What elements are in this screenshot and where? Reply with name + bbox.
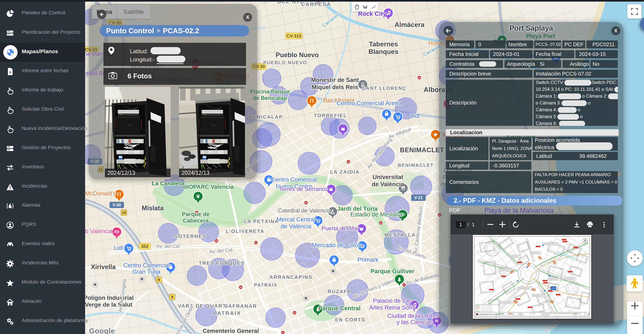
svg-text:Centro Comercial: Centro Comercial <box>271 176 317 183</box>
svg-text:McDonald's: McDonald's <box>85 190 116 197</box>
svg-text:Parque Central: Parque Central <box>318 305 360 311</box>
svg-text:10: 10 <box>122 210 126 215</box>
svg-text:PUEBLO NUEVO: PUEBLO NUEVO <box>263 60 307 65</box>
svg-text:DE VALENCIA: DE VALENCIA <box>542 314 549 315</box>
svg-text:PATRAIX: PATRAIX <box>213 310 241 316</box>
svg-text:9: 9 <box>158 277 160 282</box>
svg-text:PATRAIX: PATRAIX <box>254 282 278 288</box>
svg-text:Puerta del Mar: Puerta del Mar <box>322 225 359 231</box>
svg-text:Estadio de Mestalla: Estadio de Mestalla <box>350 211 402 218</box>
svg-text:Miquel dels Reis: Miquel dels Reis <box>312 84 358 90</box>
svg-text:IMPLANTACION DE LA ZONA DE BAJ: IMPLANTACION DE LA ZONA DE BAJAS EMISION… <box>542 313 576 314</box>
svg-text:Cementerio General: Cementerio General <box>202 327 259 334</box>
svg-text:Mislata: Mislata <box>142 204 164 212</box>
svg-text:m: m <box>215 239 218 242</box>
svg-text:SOTERNES: SOTERNES <box>174 233 206 239</box>
svg-text:FEBRERO: FEBRERO <box>574 313 580 314</box>
svg-text:Universitat: Universitat <box>373 174 403 180</box>
svg-text:Parque de: Parque de <box>182 211 210 217</box>
svg-text:Centro Comercial Arena: Centro Comercial Arena <box>336 100 402 106</box>
svg-text:m: m <box>305 201 307 204</box>
svg-text:de València: de València <box>281 223 312 230</box>
svg-text:Monestir de Sant: Monestir de Sant <box>311 77 359 83</box>
svg-text:m: m <box>380 221 382 224</box>
svg-text:Verge de la Salut: Verge de la Salut <box>85 301 132 308</box>
svg-text:ob Valencia: ob Valencia <box>85 228 112 234</box>
svg-text:VARIAS: VARIAS <box>532 313 535 314</box>
svg-text:SAFRANAR: SAFRANAR <box>224 303 257 309</box>
svg-text:01 DE 01: 01 DE 01 <box>585 314 590 315</box>
svg-text:V-30: V-30 <box>112 203 121 207</box>
svg-text:m: m <box>282 331 284 334</box>
svg-text:m: m <box>347 160 350 163</box>
svg-text:Artes Reina Sofía: Artes Reina Sofía <box>369 304 416 311</box>
svg-text:LA ZAIDÍA: LA ZAIDÍA <box>330 169 360 175</box>
svg-text:LA PETXINA: LA PETXINA <box>244 219 279 224</box>
svg-text:GECIVAL: GECIVAL <box>498 313 504 314</box>
svg-text:m: m <box>294 311 296 314</box>
svg-text:MESTALLA: MESTALLA <box>384 232 416 238</box>
svg-text:Lidl: Lidl <box>114 244 123 251</box>
svg-text:TRES FORQUES: TRES FORQUES <box>199 260 245 266</box>
svg-text:CARPESA: CARPESA <box>301 1 331 7</box>
svg-text:Centro Comercial: Centro Comercial <box>124 262 170 268</box>
svg-text:ARRANCAPINS: ARRANCAPINS <box>270 274 312 280</box>
svg-text:m: m <box>403 283 405 286</box>
svg-text:Almácera: Almácera <box>394 21 424 29</box>
svg-text:V-21: V-21 <box>414 195 423 200</box>
svg-text:x: x <box>9 70 11 74</box>
svg-text:Mercat Central: Mercat Central <box>276 216 315 223</box>
svg-text:Cabecera: Cabecera <box>183 217 209 224</box>
svg-text:Lidl: Lidl <box>410 112 420 119</box>
svg-text:Catedral de Valencia: Catedral de Valencia <box>278 207 331 214</box>
svg-text:y las Ciencias: y las Ciencias <box>396 319 433 325</box>
svg-text:Tabernes: Tabernes <box>369 41 398 48</box>
svg-text:ESCALA: ESCALA <box>519 313 523 314</box>
svg-text:Mercado de Colón: Mercado de Colón <box>312 242 362 248</box>
svg-text:Av. del Cid: Av. del Cid <box>156 244 180 249</box>
svg-text:Parque Gulliver: Parque Gulliver <box>370 268 414 274</box>
svg-text:SANT LLORENÇ: SANT LLORENÇ <box>362 86 406 91</box>
svg-text:m: m <box>418 76 420 79</box>
svg-text:BENIMACLET: BENIMACLET <box>400 146 444 154</box>
svg-text:352: 352 <box>141 244 148 249</box>
svg-text:CV-315: CV-315 <box>286 34 301 39</box>
svg-text:Pueblo Nuevo: Pueblo Nuevo <box>276 51 319 59</box>
svg-text:BENIMACLET: BENIMACLET <box>398 163 434 168</box>
svg-text:La Canaleta: La Canaleta <box>152 180 184 187</box>
svg-text:m: m <box>240 286 242 289</box>
svg-text:AJUNTAMENT DE VALENCIA: AJUNTAMENT DE VALENCIA <box>478 313 500 315</box>
svg-text:Primark: Primark <box>358 256 378 263</box>
svg-text:Xirivella: Xirivella <box>91 263 116 270</box>
svg-text:Polígon Industrial: Polígon Industrial <box>85 294 134 301</box>
svg-text:Blanques: Blanques <box>368 48 398 55</box>
svg-text:Google: Google <box>89 327 115 334</box>
svg-text:Palacio de Las: Palacio de Las <box>373 297 412 304</box>
svg-text:Gran Turia: Gran Turia <box>132 268 160 275</box>
svg-text:GRAFICA: GRAFICA <box>519 314 524 315</box>
svg-text:Torres de Serranos: Torres de Serranos <box>279 186 328 192</box>
svg-text:TORREFIEL: TORREFIEL <box>314 113 347 118</box>
svg-text:de València: de València <box>372 181 404 187</box>
svg-text:2024: 2024 <box>574 314 577 315</box>
svg-text:Applus: Applus <box>508 312 514 314</box>
svg-text:de Benicalap: de Benicalap <box>253 95 287 101</box>
svg-text:EN CORTS: EN CORTS <box>335 317 366 322</box>
svg-text:8: 8 <box>171 295 173 299</box>
svg-text:M: M <box>435 318 438 323</box>
svg-text:VARA DE QUART: VARA DE QUART <box>178 303 226 309</box>
svg-text:BIOPARC Valencia: BIOPARC Valencia <box>183 184 234 190</box>
svg-text:RUZAFA: RUZAFA <box>328 289 351 294</box>
svg-text:m: m <box>255 241 257 244</box>
svg-text:L'OLIVERETA: L'OLIVERETA <box>226 228 264 234</box>
svg-text:Ciudad de las Artes: Ciudad de las Artes <box>387 312 439 319</box>
